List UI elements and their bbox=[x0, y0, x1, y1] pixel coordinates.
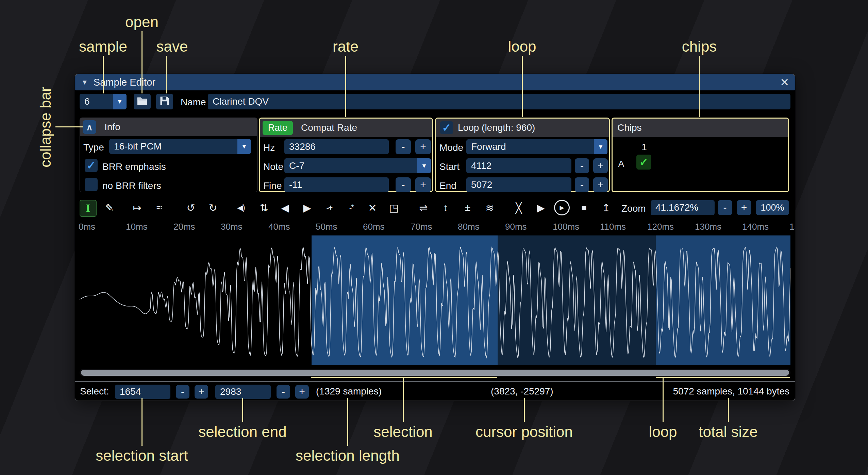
titlebar[interactable]: ▼ Sample Editor × bbox=[75, 74, 795, 90]
chips-header: Chips bbox=[613, 119, 788, 137]
brr-emphasis-label: BRR emphasis bbox=[102, 161, 166, 172]
selection-start-input[interactable]: 1654 bbox=[115, 385, 170, 399]
ruler-label: 80ms bbox=[458, 222, 480, 232]
hz-value: 33286 bbox=[289, 141, 316, 152]
sample-index-combo[interactable]: 6 ▼ bbox=[80, 94, 127, 109]
sign-icon[interactable]: ± bbox=[460, 200, 475, 215]
import-icon[interactable]: ↥ bbox=[598, 200, 614, 215]
annotation-line-collapse-bar bbox=[55, 126, 83, 127]
rate-header-label: Compat Rate bbox=[301, 122, 357, 133]
redo-icon[interactable]: ↻ bbox=[205, 200, 221, 215]
hz-input[interactable]: 33286 bbox=[284, 139, 389, 154]
cursor-position-text: (3823, -25297) bbox=[491, 386, 553, 397]
hz-plus-button[interactable]: + bbox=[415, 139, 431, 154]
annotation-bracket-loop bbox=[656, 377, 790, 378]
insert-silence-icon[interactable]: -+ bbox=[321, 200, 337, 215]
selection-start-minus-button[interactable]: - bbox=[176, 385, 189, 399]
loop-end-value: 5072 bbox=[471, 179, 492, 190]
normalize-icon[interactable]: ⇅ bbox=[256, 200, 272, 215]
name-value: Clarinet DQV bbox=[213, 96, 269, 107]
note-label: Note bbox=[263, 161, 283, 172]
zoom-reset-button[interactable]: 100% bbox=[756, 200, 789, 215]
fine-minus-button[interactable]: - bbox=[396, 177, 411, 192]
hz-label: Hz bbox=[263, 142, 275, 153]
selection-end-minus-button[interactable]: - bbox=[277, 385, 290, 399]
save-button[interactable] bbox=[156, 94, 173, 109]
fade-in-icon[interactable]: ◀ bbox=[277, 200, 293, 215]
edit-cursor-icon[interactable]: I bbox=[80, 200, 97, 217]
chip-enable-checkbox[interactable]: ✓ bbox=[636, 155, 651, 170]
fade-out-icon[interactable]: ▶ bbox=[299, 200, 315, 215]
chevron-down-icon[interactable]: ▼ bbox=[237, 139, 251, 154]
name-input[interactable]: Clarinet DQV bbox=[208, 94, 790, 109]
preview-icon[interactable]: ▶ bbox=[533, 200, 549, 215]
chevron-down-icon[interactable]: ▼ bbox=[594, 139, 607, 154]
chevron-down-icon[interactable]: ▼ bbox=[113, 94, 127, 109]
loop-checkbox[interactable]: ✓ bbox=[440, 121, 453, 134]
loop-mode-dropdown[interactable]: Forward ▼ bbox=[466, 139, 607, 154]
no-brr-filters-checkbox[interactable] bbox=[85, 178, 98, 191]
crossfade-icon[interactable]: ╳ bbox=[511, 200, 527, 215]
window-collapse-icon[interactable]: ▼ bbox=[81, 78, 88, 86]
loop-end-minus-button[interactable]: - bbox=[575, 177, 589, 192]
close-icon[interactable]: × bbox=[780, 74, 789, 90]
loop-start-input[interactable]: 4112 bbox=[466, 158, 571, 173]
undo-icon[interactable]: ↺ bbox=[183, 200, 199, 215]
chip-column-label: 1 bbox=[636, 142, 652, 153]
resample-icon[interactable]: ≈ bbox=[151, 200, 167, 215]
collapse-bar-button[interactable]: ∧ bbox=[83, 120, 96, 134]
waveform bbox=[80, 235, 790, 365]
scrollbar-handle[interactable] bbox=[81, 370, 789, 376]
ruler-label: 50ms bbox=[316, 222, 337, 232]
trim-icon[interactable]: ◳ bbox=[386, 200, 402, 215]
selection-end-input[interactable]: 2983 bbox=[215, 385, 271, 399]
stop-icon[interactable]: ■ bbox=[576, 200, 592, 215]
type-dropdown[interactable]: 16-bit PCM ▼ bbox=[109, 139, 251, 154]
zoom-plus-button[interactable]: + bbox=[737, 200, 751, 215]
amplify-icon[interactable]: ◀) bbox=[233, 200, 249, 215]
loop-start-minus-button[interactable]: - bbox=[575, 158, 589, 173]
mode-label: Mode bbox=[439, 142, 463, 153]
annotation-line-loop-region bbox=[663, 377, 664, 422]
zoom-value: 41.1672% bbox=[655, 202, 698, 213]
resize-icon[interactable]: ↦ bbox=[129, 200, 145, 215]
fine-input[interactable]: -11 bbox=[284, 177, 389, 192]
ruler-label: 10ms bbox=[126, 222, 148, 232]
waveform-scrollbar[interactable] bbox=[80, 369, 790, 376]
annotation-save: save bbox=[156, 38, 188, 55]
loop-start-plus-button[interactable]: + bbox=[593, 158, 608, 173]
zoom-minus-button[interactable]: - bbox=[718, 200, 732, 215]
annotation-open: open bbox=[125, 14, 158, 31]
loop-start-value: 4112 bbox=[471, 160, 491, 171]
filter-icon[interactable]: ≋ bbox=[482, 200, 498, 215]
selection-end-plus-button[interactable]: + bbox=[295, 385, 309, 399]
play-icon[interactable]: ▶ bbox=[554, 200, 570, 215]
fine-plus-button[interactable]: + bbox=[415, 177, 431, 192]
annotation-line-total-size bbox=[728, 398, 729, 422]
ruler-label: 140ms bbox=[742, 222, 769, 232]
zoom-input[interactable]: 41.1672% bbox=[651, 200, 715, 215]
annotation-loop-region: loop bbox=[649, 423, 677, 440]
annotation-bracket-selection bbox=[311, 377, 497, 378]
ruler-label: 100ms bbox=[553, 222, 579, 232]
ruler-label: 120ms bbox=[647, 222, 674, 232]
brr-emphasis-checkbox[interactable]: ✓ bbox=[85, 159, 98, 172]
delete-icon[interactable]: × bbox=[365, 200, 380, 215]
open-button[interactable] bbox=[134, 94, 151, 109]
open-folder-icon bbox=[137, 96, 148, 107]
annotation-cursor-position: cursor position bbox=[475, 423, 573, 440]
waveform-view[interactable] bbox=[80, 235, 790, 365]
invert-icon[interactable]: ↕ bbox=[438, 200, 453, 215]
info-panel: ∧ Info Type 16-bit PCM ▼ ✓ BRR emphasis … bbox=[80, 118, 257, 192]
loop-end-plus-button[interactable]: + bbox=[593, 177, 608, 192]
hz-minus-button[interactable]: - bbox=[396, 139, 411, 154]
ruler-label: 60ms bbox=[363, 222, 385, 232]
note-dropdown[interactable]: C-7 ▼ bbox=[284, 158, 431, 173]
reverse-icon[interactable]: ⇌ bbox=[416, 200, 431, 215]
chevron-down-icon[interactable]: ▼ bbox=[417, 158, 431, 173]
status-bar: Select: 1654 - + 2983 - + (1329 samples)… bbox=[75, 381, 795, 401]
apply-silence-icon[interactable]: -* bbox=[344, 200, 359, 215]
loop-end-input[interactable]: 5072 bbox=[466, 177, 571, 192]
pencil-icon[interactable]: ✎ bbox=[102, 200, 117, 215]
selection-start-plus-button[interactable]: + bbox=[195, 385, 208, 399]
